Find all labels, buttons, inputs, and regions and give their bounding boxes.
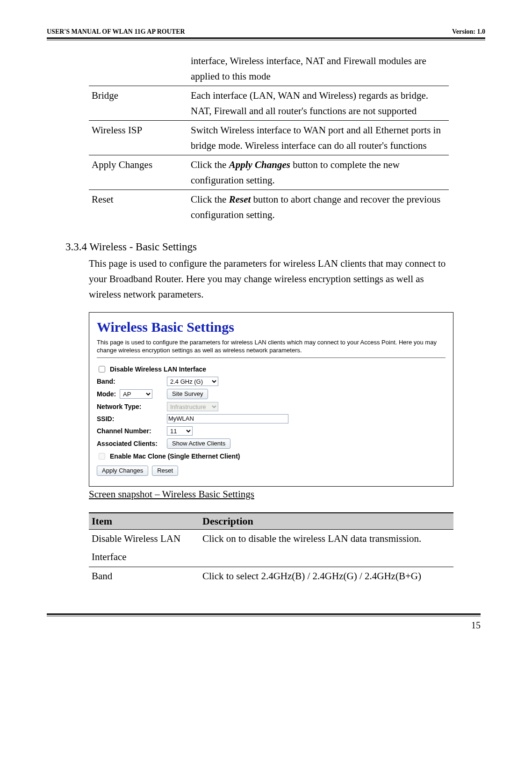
reset-desc-em: Reset: [229, 194, 251, 205]
mode-label: Mode: AP: [97, 389, 167, 399]
panel-description: This page is used to configure the param…: [97, 339, 446, 355]
section-heading: 3.3.4 Wireless - Basic Settings: [65, 241, 485, 253]
header-left: USER'S MANUAL OF WLAN 11G AP ROUTER: [47, 28, 185, 36]
header-right: Version: 1.0: [452, 28, 485, 36]
show-active-clients-button[interactable]: Show Active Clients: [167, 438, 230, 449]
table-desc-wisp: Switch Wireless interface to WAN port an…: [188, 121, 449, 155]
apply-desc-pre: Click the: [191, 159, 229, 170]
reset-button[interactable]: Reset: [152, 466, 178, 476]
table-desc-apply: Click the Apply Changes button to comple…: [188, 155, 449, 190]
table-cell-desc: interface, Wireless interface, NAT and F…: [188, 51, 449, 86]
td-item-disable2: Interface: [89, 548, 200, 567]
site-survey-button[interactable]: Site Survey: [167, 389, 208, 399]
apply-changes-button[interactable]: Apply Changes: [97, 466, 148, 476]
table-cell-empty: [89, 51, 188, 86]
header-rule: [47, 37, 485, 40]
page-number: 15: [471, 620, 481, 630]
band-select[interactable]: 2.4 GHz (G): [167, 377, 218, 386]
td-item-disable1: Disable Wireless LAN: [89, 529, 200, 548]
th-item: Item: [89, 513, 200, 530]
mode-label-text: Mode:: [97, 390, 116, 398]
ssid-input[interactable]: [167, 414, 288, 423]
section-body: This page is used to configure the param…: [89, 256, 449, 302]
table-item-bridge: Bridge: [89, 86, 188, 121]
band-label: Band:: [97, 378, 167, 385]
network-type-label: Network Type:: [97, 403, 167, 410]
table-item-reset: Reset: [89, 190, 188, 225]
divider: [97, 357, 446, 358]
ssid-label: SSID:: [97, 415, 167, 423]
mode-select[interactable]: AP: [120, 389, 152, 399]
mode-description-table: interface, Wireless interface, NAT and F…: [89, 51, 449, 224]
th-desc: Description: [200, 513, 453, 530]
screenshot-caption: Screen snapshot – Wireless Basic Setting…: [89, 489, 485, 500]
mac-clone-checkbox: [99, 453, 105, 459]
wireless-settings-panel: Wireless Basic Settings This page is use…: [89, 312, 453, 487]
td-desc-disable: Click on to disable the wireless LAN dat…: [200, 529, 453, 548]
table-desc-reset: Click the Reset button to abort change a…: [188, 190, 449, 225]
channel-select[interactable]: 11: [167, 426, 193, 436]
table-item-apply: Apply Changes: [89, 155, 188, 190]
assoc-clients-label: Associated Clients:: [97, 440, 167, 447]
item-description-table: Item Description Disable Wireless LAN Cl…: [89, 512, 453, 586]
td-empty: [200, 548, 453, 567]
disable-wlan-label: Disable Wireless LAN Interface: [110, 365, 206, 373]
mac-clone-label: Enable Mac Clone (Single Ethernet Client…: [110, 452, 240, 460]
footer-rule: [47, 613, 481, 616]
apply-desc-em: Apply Changes: [229, 159, 290, 170]
reset-desc-pre: Click the: [191, 194, 229, 205]
td-item-band: Band: [89, 567, 200, 585]
channel-label: Channel Number:: [97, 427, 167, 435]
table-item-wisp: Wireless ISP: [89, 121, 188, 155]
panel-title: Wireless Basic Settings: [97, 319, 446, 335]
network-type-select: Infrastructure: [167, 402, 218, 411]
disable-wlan-checkbox[interactable]: [99, 366, 105, 372]
td-desc-band: Click to select 2.4GHz(B) / 2.4GHz(G) / …: [200, 567, 453, 585]
page-header: USER'S MANUAL OF WLAN 11G AP ROUTER Vers…: [47, 28, 485, 37]
table-desc-bridge: Each interface (LAN, WAN and Wireless) r…: [188, 86, 449, 121]
